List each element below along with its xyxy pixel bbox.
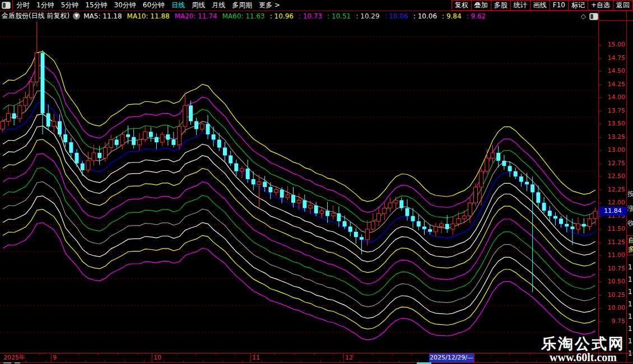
- toolbar-button-复权[interactable]: 复权: [452, 0, 471, 11]
- clipped-number: 1: [628, 325, 632, 333]
- minor-tick: [59, 353, 59, 355]
- window-menu-button[interactable]: [0, 0, 13, 10]
- clipped-number: 1: [628, 276, 632, 283]
- menu-item-周线[interactable]: 周线: [188, 1, 208, 9]
- minor-tick: [118, 353, 118, 355]
- price-tickmark: [599, 229, 602, 230]
- menu-item-日线[interactable]: 日线: [168, 1, 188, 9]
- price-tick-11.25: 11.25: [608, 239, 626, 246]
- watermark-url: www.60lt.com: [541, 352, 625, 363]
- indicator-9.84: : 9.84: [442, 12, 462, 20]
- menu-item-1分钟[interactable]: 1分钟: [33, 1, 58, 9]
- price-tickmark: [599, 242, 602, 243]
- price-tickmark: [599, 124, 602, 124]
- price-tick-14.25: 14.25: [608, 81, 626, 88]
- price-tick-11.50: 11.50: [608, 225, 626, 232]
- chart-header: 金盾股份(日线 前复权) ▼ MA5: 11.18MA10: 11.88MA20…: [0, 11, 597, 21]
- minor-tick: [510, 353, 510, 355]
- price-tickmark: [599, 71, 602, 72]
- right-edge-clipped-panel: 按涨收自多11111111: [627, 21, 633, 362]
- date-separator: [250, 353, 251, 362]
- price-tickmark: [599, 111, 602, 111]
- toolbar-button-group: 复权叠加多股统计画线F10标记+自选返回: [452, 0, 633, 11]
- price-tickmark: [599, 85, 602, 85]
- cursor-date-box: 2025/12/29/—: [429, 353, 474, 362]
- price-tick-14.75: 14.75: [608, 54, 626, 62]
- panel-icon[interactable]: [589, 13, 598, 20]
- minor-tick: [353, 353, 353, 355]
- indicator-MA1011.88: MA10: 11.88: [127, 12, 170, 20]
- date-label-2025年: 2025年: [3, 354, 25, 362]
- menu-item-15分钟[interactable]: 15分钟: [82, 1, 110, 9]
- minor-tick: [20, 353, 20, 355]
- menu-item-更多 >[interactable]: 更多 >: [255, 1, 283, 9]
- price-tickmark: [599, 308, 602, 309]
- clipped-label-多: 多: [628, 245, 633, 254]
- minor-tick: [39, 353, 40, 355]
- menu-item-5分钟[interactable]: 5分钟: [58, 1, 82, 9]
- indicator-MA511.18: MA5: 11.18: [83, 12, 122, 20]
- price-tickmark: [599, 45, 602, 45]
- price-tick-14.00: 14.00: [608, 94, 626, 101]
- minor-tick: [274, 353, 275, 355]
- price-tickmark: [599, 58, 602, 59]
- price-tick-13.00: 13.00: [608, 146, 626, 153]
- date-separator: [152, 353, 152, 362]
- minor-tick: [176, 353, 177, 355]
- price-tickmark: [599, 255, 602, 256]
- clipped-number: 1: [628, 288, 632, 296]
- minor-tick: [235, 353, 236, 355]
- window-icon: [2, 2, 11, 9]
- minor-tick: [157, 353, 157, 355]
- toolbar-button-多股[interactable]: 多股: [491, 0, 510, 11]
- minor-tick: [392, 353, 393, 355]
- clipped-number: 1: [628, 337, 632, 345]
- price-tick-12.00: 12.00: [608, 199, 626, 206]
- toolbar-button-画线[interactable]: 画线: [530, 0, 550, 11]
- watermark-site-name: 乐淘公式网: [541, 336, 625, 352]
- price-tickmark: [599, 295, 602, 296]
- menu-item-月线[interactable]: 月线: [208, 1, 229, 9]
- date-label-9: 9: [53, 354, 57, 362]
- minor-tick: [314, 353, 314, 355]
- menu-item-分时[interactable]: 分时: [13, 1, 33, 9]
- menu-item-30分钟[interactable]: 30分钟: [111, 1, 139, 9]
- date-label-10: 10: [153, 354, 161, 362]
- price-tick-10.00: 10.00: [608, 304, 626, 311]
- toolbar-button-统计[interactable]: 统计: [510, 0, 530, 11]
- indicator-10.29: : 10.29: [356, 12, 379, 20]
- toolbar-button-返回[interactable]: 返回: [613, 0, 633, 11]
- date-label-11: 11: [252, 354, 260, 362]
- price-tickmark: [599, 269, 602, 269]
- price-tick-12.25: 12.25: [608, 186, 626, 193]
- price-tickmark: [599, 164, 602, 164]
- minor-tick: [412, 353, 412, 355]
- toolbar-button-+自选[interactable]: +自选: [588, 0, 613, 11]
- minor-tick: [255, 353, 255, 355]
- date-axis: 2025/12/29/— 2025年9101112: [0, 353, 633, 363]
- stock-title: 金盾股份(日线 前复权): [2, 11, 69, 21]
- candlestick-chart[interactable]: [0, 21, 598, 353]
- price-tickmark: [599, 282, 602, 282]
- menu-item-60分钟[interactable]: 60分钟: [139, 1, 168, 9]
- toolbar-button-标记[interactable]: 标记: [568, 0, 588, 11]
- price-tickmark: [599, 97, 602, 98]
- toolbar-button-叠加[interactable]: 叠加: [471, 0, 491, 11]
- price-tickmark: [599, 216, 602, 217]
- minor-tick: [216, 353, 216, 355]
- indicator-MA6011.63: MA60: 11.63: [222, 12, 265, 20]
- chevron-down-icon[interactable]: ▼: [73, 12, 80, 20]
- minor-tick: [137, 353, 138, 355]
- menu-item-多周期[interactable]: 多周期: [229, 1, 255, 9]
- toolbar-button-F10[interactable]: F10: [550, 0, 568, 11]
- price-tickmark: [599, 137, 602, 138]
- date-separator: [474, 353, 474, 362]
- price-tick-12.75: 12.75: [608, 160, 626, 167]
- diamond-icon[interactable]: ◇: [581, 12, 586, 20]
- price-tick-13.75: 13.75: [608, 107, 626, 114]
- clipped-number: 1: [628, 312, 632, 320]
- minor-tick: [373, 353, 373, 355]
- watermark: 乐淘公式网 www.60lt.com: [541, 336, 625, 363]
- clipped-red-box: 自多: [627, 235, 633, 255]
- clipped-label-收: 收: [627, 218, 633, 228]
